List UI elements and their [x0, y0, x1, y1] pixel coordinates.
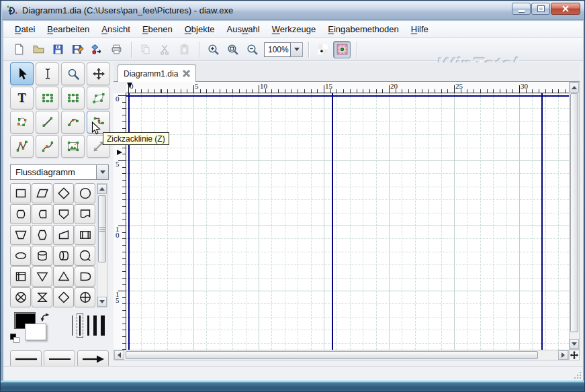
scroll-up-button[interactable] [97, 184, 107, 194]
shape-display[interactable] [32, 204, 52, 224]
tab-diagramm1[interactable]: Diagramm1.dia [118, 64, 196, 82]
maximize-button[interactable] [531, 3, 550, 15]
open-button[interactable] [30, 41, 47, 58]
shape-document[interactable] [75, 204, 95, 224]
shape-or[interactable] [75, 287, 95, 307]
tool-text[interactable]: T [10, 87, 34, 109]
shape-internal-storage[interactable] [10, 266, 31, 287]
tool-line[interactable] [36, 111, 59, 134]
sheet-dropdown-button[interactable] [97, 164, 109, 180]
shape-extract[interactable] [53, 266, 74, 287]
title-bar[interactable]: Diagramm1.dia (C:\Users\pan_fee\Pictures… [2, 1, 584, 20]
close-button[interactable] [551, 3, 580, 15]
tool-image[interactable] [61, 135, 85, 158]
line-width-3[interactable] [87, 315, 89, 336]
zoom-combobox[interactable]: 100% [264, 42, 303, 57]
tool-bezierline[interactable] [36, 135, 59, 158]
shape-collate[interactable] [32, 287, 52, 307]
line-width-selector[interactable] [72, 313, 105, 338]
menu-item-objekte[interactable]: Objekte [179, 22, 221, 36]
shape-palette-scrollbar[interactable] [97, 183, 107, 307]
zoom-fit-button[interactable] [224, 41, 241, 58]
tool-box[interactable] [36, 87, 59, 109]
bg-color-swatch[interactable] [25, 324, 46, 340]
tool-scroll[interactable] [87, 62, 110, 85]
tool-textedit[interactable] [36, 62, 59, 85]
zoom-dropdown-button[interactable] [291, 42, 303, 57]
menu-item-ansicht[interactable]: Ansicht [95, 22, 136, 36]
shape-merge[interactable] [32, 266, 52, 287]
delay-icon [79, 270, 92, 283]
line-width-1[interactable] [72, 315, 73, 336]
tool-beziergon[interactable] [10, 111, 34, 134]
sheet-category[interactable]: Flussdiagramm [10, 164, 97, 180]
shape-manual-operation[interactable] [53, 225, 74, 245]
scrollbar-track[interactable] [97, 194, 107, 297]
shape-terminal[interactable] [10, 246, 31, 266]
scroll-up-button[interactable] [570, 83, 579, 93]
snap-to-grid-toggle[interactable] [314, 41, 331, 58]
shape-predefined-process[interactable] [75, 225, 95, 245]
menu-item-auswahl[interactable]: Auswahl [221, 22, 266, 36]
line-width-4[interactable] [93, 315, 97, 336]
minimize-button[interactable] [512, 3, 531, 15]
scroll-down-button[interactable] [570, 339, 579, 349]
shape-box[interactable] [10, 183, 31, 203]
shape-ellipse[interactable] [75, 183, 95, 203]
shape-stored-data[interactable] [75, 246, 95, 266]
tool-modify[interactable] [10, 62, 34, 85]
menu-item-werkzeuge[interactable]: Werkzeuge [266, 22, 322, 36]
scrollbar-track[interactable] [124, 350, 558, 360]
canvas[interactable] [126, 93, 569, 350]
tool-magnify[interactable] [61, 62, 85, 85]
shape-magnetic-disk[interactable] [32, 246, 52, 266]
menu-item-bearbeiten[interactable]: Bearbeiten [41, 22, 95, 36]
menu-item-ebenen[interactable]: Ebenen [136, 22, 179, 36]
menu-item-eingabemethoden[interactable]: Eingabemethoden [322, 22, 405, 36]
swap-colors-button[interactable] [40, 312, 50, 323]
shape-summing-junction[interactable] [10, 287, 31, 307]
tab-close-icon[interactable] [183, 70, 190, 77]
resize-grip[interactable] [573, 371, 581, 379]
tool-polyline[interactable] [10, 135, 34, 158]
canvas-vscrollbar[interactable] [569, 82, 580, 350]
shape-diamond[interactable] [53, 183, 74, 203]
ibeam-cursor-icon [40, 66, 55, 81]
scroll-right-button[interactable] [558, 350, 568, 360]
shape-punched-tape[interactable] [32, 225, 52, 245]
tool-arc[interactable] [61, 111, 85, 134]
zoom-value[interactable]: 100% [264, 42, 291, 57]
save-button[interactable] [49, 41, 66, 58]
scrollbar-thumb[interactable] [570, 93, 578, 332]
scrollbar-thumb[interactable] [126, 351, 538, 359]
new-button[interactable] [10, 41, 28, 58]
print-button[interactable] [107, 41, 125, 58]
menu-item-datei[interactable]: Datei [9, 22, 41, 36]
canvas-hscrollbar[interactable] [114, 350, 569, 360]
line-width-selected[interactable] [77, 313, 83, 338]
scroll-left-button[interactable] [114, 350, 124, 360]
line-width-5[interactable] [101, 315, 105, 336]
zoom-out-button[interactable] [243, 41, 261, 58]
shape-preparation[interactable] [10, 204, 31, 224]
scrollbar-track[interactable] [570, 93, 579, 339]
snap-to-objects-toggle[interactable] [333, 41, 351, 58]
canvas-pan-button[interactable] [569, 350, 580, 360]
save-as-button[interactable] [69, 41, 86, 58]
default-colors-button[interactable] [10, 334, 21, 344]
tool-zigzagline[interactable] [87, 111, 110, 134]
zoom-in-button[interactable] [204, 41, 222, 58]
shape-off-page-connector[interactable] [53, 204, 74, 224]
scroll-down-button[interactable] [97, 297, 107, 307]
scrollbar-thumb[interactable] [98, 195, 106, 262]
export-button[interactable] [88, 41, 105, 58]
shape-parallelogram[interactable] [32, 183, 52, 203]
tool-polygon[interactable] [87, 87, 110, 109]
tool-ellipse[interactable] [61, 87, 85, 109]
sheet-combobox[interactable]: Flussdiagramm [10, 164, 111, 180]
menu-item-hilfe[interactable]: Hilfe [405, 22, 435, 36]
shape-trapezoid[interactable] [10, 225, 31, 245]
shape-delay[interactable] [75, 266, 95, 287]
shape-sort[interactable] [53, 287, 74, 307]
shape-magnetic-drum[interactable] [53, 246, 74, 266]
